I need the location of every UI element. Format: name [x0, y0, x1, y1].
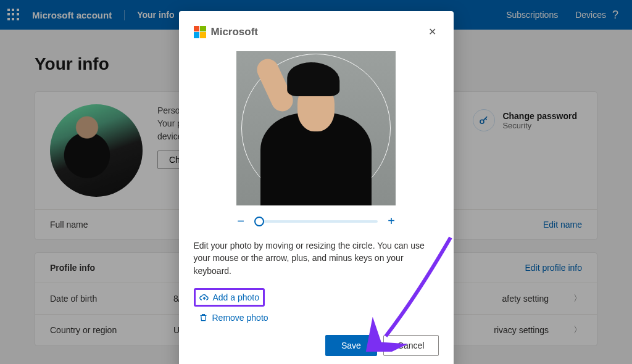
microsoft-logo-icon [194, 26, 206, 38]
zoom-out-button[interactable]: − [235, 214, 247, 228]
annotation-arrow [343, 234, 466, 352]
remove-photo-button[interactable]: Remove photo [199, 313, 268, 323]
add-photo-button[interactable]: Add a photo [194, 288, 265, 307]
cloud-upload-icon [199, 292, 209, 302]
photo-preview [236, 51, 396, 205]
photo-crop-area[interactable] [194, 51, 439, 205]
zoom-in-button[interactable]: + [385, 214, 397, 228]
trash-icon [199, 313, 209, 323]
close-icon[interactable]: ✕ [426, 23, 439, 40]
modal-overlay: Microsoft ✕ − + Edit your photo by movin… [0, 0, 632, 364]
zoom-slider: − + [194, 214, 439, 228]
zoom-track[interactable] [254, 220, 378, 223]
modal-brand: Microsoft [194, 26, 259, 38]
zoom-thumb[interactable] [254, 217, 264, 226]
